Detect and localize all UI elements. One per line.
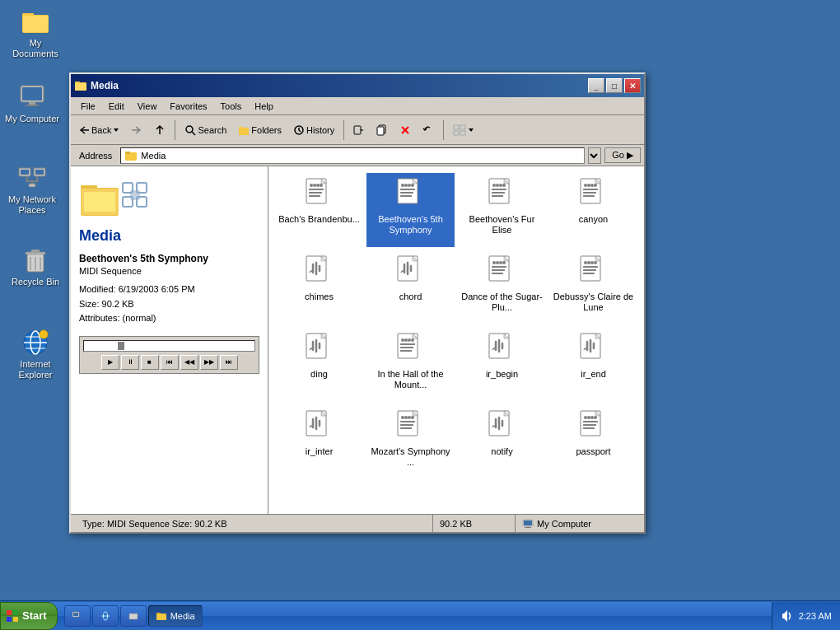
audio-file-icon	[305, 409, 334, 444]
menu-help[interactable]: Help	[248, 100, 280, 113]
svg-point-124	[401, 416, 404, 419]
back-button[interactable]: Back	[74, 119, 124, 142]
play-button[interactable]: ▶	[101, 355, 119, 370]
svg-point-81	[502, 184, 506, 187]
svg-rect-122	[400, 424, 413, 426]
taskbar-item1[interactable]	[64, 605, 91, 627]
volume-icon[interactable]	[781, 609, 794, 623]
start-button[interactable]: Start	[0, 602, 58, 630]
taskbar-media-item[interactable]: Media	[148, 605, 203, 627]
file-modified: Modified: 6/19/2003 6:05 PM	[79, 282, 259, 297]
menu-edit[interactable]: Edit	[102, 100, 131, 113]
search-button[interactable]: Search	[180, 119, 231, 142]
file-item[interactable]: Beethoven's 5th Symphony	[366, 173, 455, 247]
taskbar-item2[interactable]	[92, 605, 119, 627]
move-to-button[interactable]	[349, 119, 369, 142]
move-icon	[353, 124, 365, 136]
svg-point-134	[587, 416, 590, 419]
file-item[interactable]: canyon	[549, 173, 637, 247]
toolbar: Back Search Folders History	[71, 115, 644, 145]
file-item[interactable]: chimes	[275, 250, 363, 324]
svg-rect-111	[400, 347, 413, 348]
file-icon	[486, 331, 519, 367]
pause-button[interactable]: ⏸	[121, 355, 139, 370]
file-item[interactable]: ir_inter	[275, 405, 363, 479]
title-bar-controls: _ □ ✕	[588, 78, 641, 93]
fast-forward-button[interactable]: ▶▶	[200, 355, 218, 370]
skip-forward-button[interactable]: ⏭	[220, 355, 238, 370]
file-item[interactable]: ir_begin	[458, 328, 546, 402]
address-dropdown[interactable]: ▼	[588, 147, 601, 164]
up-button[interactable]	[150, 119, 170, 142]
menu-tools[interactable]: Tools	[214, 100, 249, 113]
file-item[interactable]: In the Hall of the Mount...	[366, 328, 455, 402]
svg-rect-84	[583, 192, 596, 194]
up-icon	[154, 124, 166, 136]
folder-icon	[21, 7, 50, 36]
minimize-button[interactable]: _	[588, 78, 604, 93]
svg-point-126	[408, 416, 411, 419]
file-item[interactable]: chord	[366, 250, 455, 324]
close-button[interactable]: ✕	[624, 78, 641, 93]
go-button[interactable]: Go ▶	[604, 147, 641, 163]
file-item[interactable]: ding	[275, 328, 363, 402]
svg-point-33	[186, 126, 193, 133]
undo-button[interactable]	[418, 119, 438, 142]
svg-rect-52	[84, 192, 115, 212]
svg-rect-18	[31, 250, 40, 253]
views-button[interactable]	[449, 119, 478, 142]
folder-art	[79, 175, 259, 224]
internet-explorer-desktop-icon[interactable]: Internet Explorer	[7, 328, 64, 380]
svg-rect-43	[454, 125, 459, 129]
menu-favorites[interactable]: Favorites	[163, 100, 213, 113]
svg-rect-68	[400, 192, 413, 194]
menu-file[interactable]: File	[74, 100, 102, 113]
network-icon	[17, 163, 47, 193]
my-documents-icon[interactable]: My Documents	[7, 7, 64, 59]
network-places-desktop-icon[interactable]: My Network Places	[3, 163, 61, 216]
svg-point-79	[496, 184, 499, 187]
delete-button[interactable]	[395, 119, 415, 142]
player-thumb[interactable]	[118, 342, 124, 350]
recycle-bin-desktop-icon[interactable]: Recycle Bin	[7, 245, 64, 287]
forward-button[interactable]	[127, 119, 147, 142]
file-item[interactable]: ir_end	[549, 328, 637, 402]
file-label: Debussy's Claire de Lune	[553, 292, 634, 313]
audio-file-icon	[305, 332, 334, 366]
file-item[interactable]: notify	[458, 405, 546, 479]
copy-to-button[interactable]	[372, 119, 392, 142]
file-item[interactable]: Debussy's Claire de Lune	[549, 250, 637, 324]
player-progress[interactable]	[83, 340, 255, 352]
stop-button[interactable]: ■	[141, 355, 159, 370]
file-label: Bach's Brandenbu...	[278, 214, 360, 225]
svg-rect-150	[129, 614, 138, 619]
file-item[interactable]: Bach's Brandenbu...	[275, 173, 363, 247]
folders-button[interactable]: Folders	[234, 119, 286, 142]
svg-rect-76	[492, 192, 505, 194]
svg-rect-141	[7, 610, 12, 615]
svg-rect-69	[400, 195, 412, 197]
address-input[interactable]: Media	[120, 147, 585, 164]
svg-rect-75	[492, 189, 506, 190]
file-item[interactable]: Beethoven's Fur Elise	[458, 173, 546, 247]
recycle-bin-icon	[21, 245, 50, 275]
rewind-button[interactable]: ◀◀	[180, 355, 198, 370]
history-button[interactable]: History	[289, 119, 338, 142]
svg-point-113	[401, 338, 404, 342]
file-item[interactable]: passport	[549, 405, 637, 479]
svg-rect-10	[35, 170, 44, 175]
skip-back-button[interactable]: ⏮	[161, 355, 179, 370]
svg-rect-142	[13, 610, 18, 615]
left-panel: Media Beethoven's 5th Symphony MIDI Sequ…	[71, 166, 268, 514]
my-computer-desktop-icon[interactable]: My Computer	[3, 82, 61, 124]
menu-view[interactable]: View	[131, 100, 164, 113]
svg-line-34	[192, 132, 195, 135]
file-item[interactable]: Dance of the Sugar-Plu...	[458, 250, 546, 324]
svg-point-65	[320, 184, 323, 187]
taskbar-item3[interactable]	[120, 605, 147, 627]
file-item[interactable]: Mozart's Symphony ...	[366, 405, 455, 479]
svg-rect-103	[583, 273, 595, 274]
svg-point-89	[594, 184, 597, 187]
file-icon	[486, 254, 519, 290]
maximize-button[interactable]: □	[606, 78, 623, 93]
